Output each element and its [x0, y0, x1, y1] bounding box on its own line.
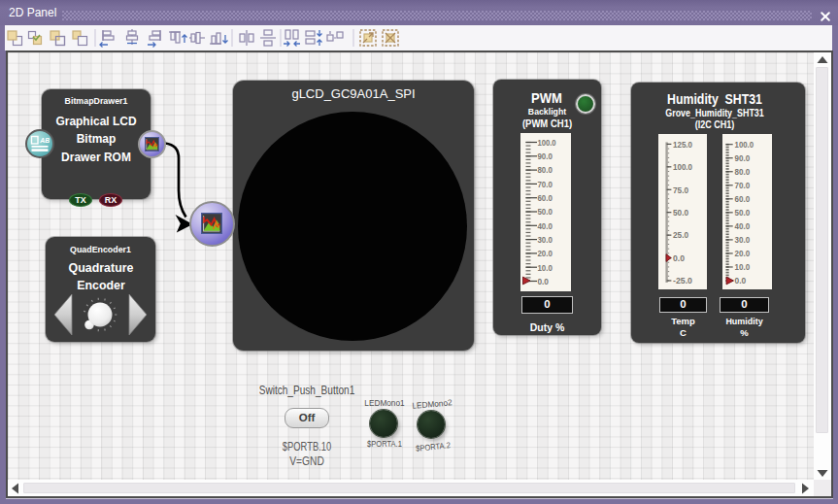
svg-text:75.0: 75.0 — [673, 185, 688, 195]
svg-text:20.0: 20.0 — [537, 249, 552, 258]
svg-text:60.0: 60.0 — [537, 193, 552, 203]
svg-text:70.0: 70.0 — [735, 181, 751, 190]
svg-text:-25.0: -25.0 — [673, 276, 692, 286]
svg-text:50.0: 50.0 — [735, 208, 751, 218]
svg-text:30.0: 30.0 — [537, 235, 552, 245]
svg-text:100.0: 100.0 — [735, 140, 754, 150]
svg-text:50.0: 50.0 — [537, 207, 552, 217]
svg-text:AB: AB — [39, 137, 50, 144]
svg-text:80.0: 80.0 — [735, 167, 751, 177]
svg-text:60.0: 60.0 — [735, 194, 751, 204]
svg-text:40.0: 40.0 — [735, 221, 751, 231]
svg-text:100.0: 100.0 — [537, 138, 555, 148]
svg-text:125.0: 125.0 — [673, 140, 692, 150]
svg-text:70.0: 70.0 — [537, 180, 552, 189]
svg-text:0.0: 0.0 — [537, 277, 549, 286]
svg-text:10.0: 10.0 — [735, 262, 751, 272]
svg-text:20.0: 20.0 — [735, 249, 751, 258]
svg-text:0.0: 0.0 — [735, 276, 747, 286]
svg-text:40.0: 40.0 — [537, 221, 552, 231]
svg-text:30.0: 30.0 — [735, 235, 751, 245]
svg-text:100.0: 100.0 — [673, 162, 692, 172]
svg-text:90.0: 90.0 — [735, 153, 751, 163]
svg-text:10.0: 10.0 — [537, 263, 552, 273]
svg-text:80.0: 80.0 — [537, 165, 552, 175]
svg-text:25.0: 25.0 — [673, 230, 688, 240]
svg-text:0.0: 0.0 — [673, 253, 685, 263]
svg-text:50.0: 50.0 — [673, 208, 688, 218]
svg-text:90.0: 90.0 — [537, 151, 552, 161]
